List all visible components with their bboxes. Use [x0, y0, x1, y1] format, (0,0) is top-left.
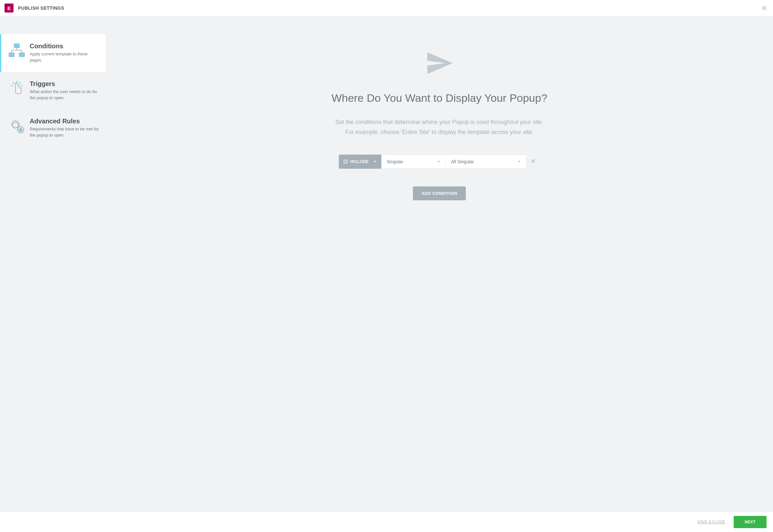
caret-down-icon: [518, 160, 521, 163]
sidebar-item-title: Conditions: [30, 43, 99, 50]
close-button[interactable]: [760, 4, 768, 12]
next-button[interactable]: NEXT: [734, 516, 767, 528]
sidebar-item-triggers[interactable]: Triggers What action the user needs to d…: [0, 72, 106, 109]
plus-square-icon: [343, 159, 348, 164]
svg-rect-3: [9, 53, 14, 57]
select-value: All Singular: [451, 159, 518, 164]
sidebar-item-title: Triggers: [30, 80, 99, 88]
sidebar-item-conditions[interactable]: Conditions Apply current template to the…: [0, 34, 106, 72]
sidebar-item-desc: Requirements that have to be met for the…: [30, 126, 99, 138]
main-heading: Where Do You Want to Display Your Popup?: [331, 92, 547, 104]
sidebar-item-desc: Apply current template to these pages.: [30, 51, 99, 63]
include-dropdown[interactable]: INCLUDE: [339, 155, 382, 169]
main-description: Set the conditions that determine where …: [335, 117, 543, 137]
close-icon: [761, 5, 767, 11]
include-label: INCLUDE: [350, 159, 369, 164]
svg-line-11: [19, 82, 21, 84]
gear-star-icon: [7, 118, 26, 134]
svg-line-10: [13, 82, 14, 84]
close-icon: [530, 158, 536, 165]
condition-type-select[interactable]: Singular: [381, 155, 446, 169]
svg-rect-2: [14, 44, 19, 48]
main-desc-line1: Set the conditions that determine where …: [335, 119, 543, 125]
select-value: Singular: [386, 159, 437, 164]
svg-line-12: [11, 85, 13, 86]
main-desc-line2: For example, choose 'Entire Site' to dis…: [345, 129, 533, 135]
sidebar: Conditions Apply current template to the…: [0, 16, 106, 512]
footer-bar: SAVE & CLOSE NEXT: [0, 512, 773, 532]
save-close-link[interactable]: SAVE & CLOSE: [698, 520, 725, 524]
condition-row: INCLUDE Singular All Singular: [339, 155, 540, 169]
caret-down-icon: [374, 160, 377, 163]
app-logo: E: [5, 4, 14, 13]
svg-rect-4: [19, 53, 24, 57]
svg-line-13: [21, 85, 23, 86]
header-bar: E PUBLISH SETTINGS: [0, 0, 773, 16]
caret-down-icon: [437, 160, 440, 163]
remove-condition-button[interactable]: [526, 155, 540, 169]
add-condition-button[interactable]: ADD CONDITION: [413, 186, 465, 200]
sidebar-item-advanced-rules[interactable]: Advanced Rules Requirements that have to…: [0, 109, 106, 147]
sidebar-item-title: Advanced Rules: [30, 118, 99, 125]
paper-plane-icon: [425, 49, 454, 79]
click-icon: [7, 80, 26, 97]
sidebar-item-desc: What action the user needs to do for the…: [30, 89, 99, 101]
app-logo-text: E: [7, 5, 11, 11]
main-content: Where Do You Want to Display Your Popup?…: [106, 16, 773, 512]
condition-subtype-select[interactable]: All Singular: [446, 155, 526, 169]
hierarchy-icon: [7, 43, 26, 58]
page-title: PUBLISH SETTINGS: [18, 5, 64, 11]
